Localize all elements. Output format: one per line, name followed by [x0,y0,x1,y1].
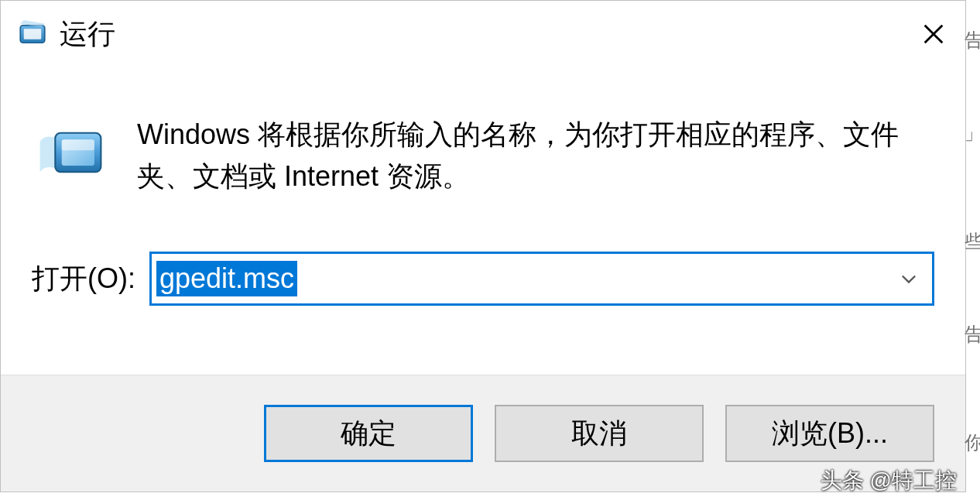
run-large-icon [32,114,109,191]
chevron-down-icon [898,268,920,289]
run-dialog: 运行 [0,0,966,492]
browse-button[interactable]: 浏览(B)... [725,405,934,462]
button-bar: 确定 取消 浏览(B)... [1,375,965,491]
input-row: 打开(O): gpedit.msc [32,252,934,306]
svg-rect-1 [24,29,42,39]
background-edge: 告 」 些 告 你 [966,0,980,500]
titlebar: 运行 [1,1,965,67]
cancel-button[interactable]: 取消 [495,405,704,462]
content-area: Windows 将根据你所输入的名称，为你打开相应的程序、文件夹、文档或 Int… [1,67,965,375]
open-input-value[interactable]: gpedit.msc [156,261,297,296]
close-button[interactable] [917,18,950,50]
combobox-dropdown-button[interactable] [886,254,932,303]
dialog-title: 运行 [60,15,115,53]
ok-button[interactable]: 确定 [264,405,473,462]
run-icon [16,18,49,50]
close-icon [920,21,947,47]
description-text: Windows 将根据你所输入的名称，为你打开相应的程序、文件夹、文档或 Int… [137,114,934,197]
open-combobox[interactable]: gpedit.msc [149,252,934,306]
svg-rect-6 [62,139,94,150]
description-row: Windows 将根据你所输入的名称，为你打开相应的程序、文件夹、文档或 Int… [32,114,934,197]
open-label: 打开(O): [32,260,135,298]
